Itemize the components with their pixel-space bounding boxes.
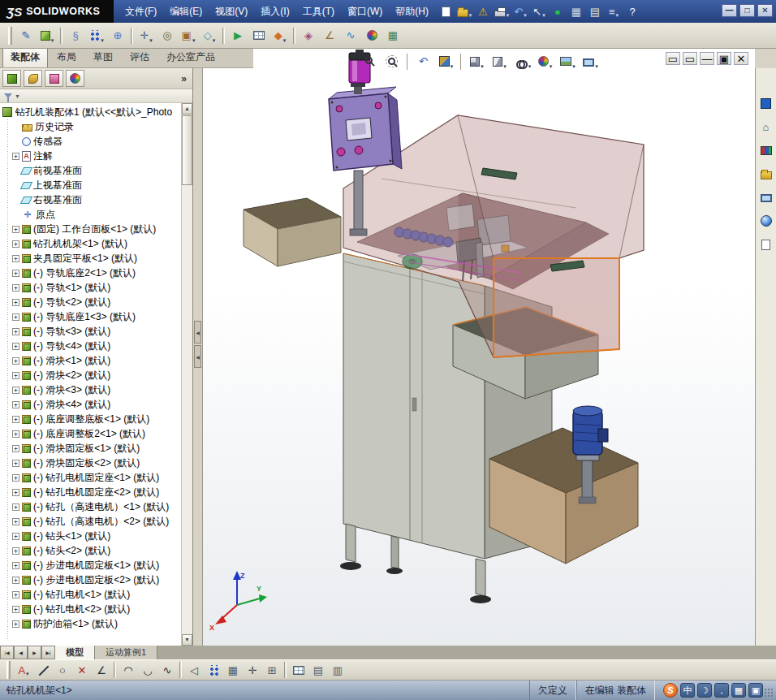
scroll-down-icon[interactable]: ▼: [182, 634, 192, 646]
close-doc-button[interactable]: ✕: [734, 52, 748, 65]
expander-icon[interactable]: +: [12, 430, 19, 438]
appearance-manager-tab-button[interactable]: [66, 70, 84, 87]
tree-item[interactable]: +(-) 步进电机固定板<2> (默认): [0, 573, 192, 587]
expander-icon[interactable]: +: [12, 270, 19, 277]
command-tab[interactable]: 装配体: [2, 46, 48, 67]
move-entities-button[interactable]: ✛: [243, 661, 262, 679]
show-hidden-components-button[interactable]: ◎: [157, 26, 178, 45]
appearances-button[interactable]: [757, 212, 775, 230]
reference-geometry-button[interactable]: ◇▾: [199, 26, 220, 45]
tree-item[interactable]: 右视基准面: [0, 192, 192, 207]
circle-button[interactable]: ○: [53, 661, 72, 679]
tree-item[interactable]: 原点: [0, 207, 192, 222]
snap-button[interactable]: ⊞: [262, 661, 282, 679]
motion-manager-button[interactable]: ▦: [382, 26, 403, 45]
print-button[interactable]: ▾: [493, 3, 511, 20]
resize-grip[interactable]: [764, 688, 774, 698]
tree-item[interactable]: +(-) 钻孔（高速电机）<2> (默认): [0, 514, 192, 529]
trim-entities-button[interactable]: ✕: [72, 661, 92, 679]
expander-icon[interactable]: +: [12, 284, 19, 292]
model-nav-button[interactable]: ◀: [14, 646, 28, 659]
splitter-collapse-icon[interactable]: ◀: [194, 321, 201, 344]
expander-icon[interactable]: +: [12, 518, 19, 525]
task-list-button[interactable]: ≡▾: [605, 3, 623, 20]
command-tab[interactable]: 草图: [85, 46, 121, 67]
expander-icon[interactable]: +: [12, 460, 19, 467]
expander-icon[interactable]: +: [12, 474, 19, 482]
expander-icon[interactable]: +: [12, 343, 19, 350]
menu-item[interactable]: 视图(V): [209, 2, 254, 21]
edit-component-button[interactable]: ✎: [15, 26, 37, 45]
tree-item[interactable]: +(-) 钻头<1> (默认): [0, 529, 192, 543]
toolbar-grip[interactable]: [6, 661, 11, 679]
tree-item[interactable]: +(-) 滑块<2> (默认): [0, 368, 192, 382]
chinese-mode-icon[interactable]: 中: [680, 683, 695, 698]
hide-show-items-button[interactable]: ▾: [511, 51, 533, 71]
section-view-button[interactable]: ▾: [435, 51, 457, 71]
tree-item[interactable]: +(固定) 工作台面板<1> (默认): [0, 222, 192, 236]
maximize-button[interactable]: □: [739, 4, 755, 17]
tree-item[interactable]: +(-) 导轨<1> (默认): [0, 280, 192, 295]
file-explorer-button[interactable]: [757, 165, 775, 183]
expander-icon[interactable]: +: [12, 299, 19, 306]
expander-icon[interactable]: +: [12, 153, 19, 160]
menu-item[interactable]: 文件(F): [119, 2, 163, 21]
menu-item[interactable]: 窗口(W): [341, 2, 389, 21]
model-nav-button[interactable]: ▶: [28, 646, 41, 659]
display-grid-button[interactable]: ▦: [223, 661, 243, 679]
command-tab[interactable]: 布局: [49, 46, 84, 67]
edit-appearance-button[interactable]: ▾: [534, 51, 556, 71]
angle-dimension-button[interactable]: ∠: [92, 661, 111, 679]
tree-item[interactable]: 历史记录: [0, 119, 192, 134]
tree-item[interactable]: +(-) 钻孔（高速电机）<1> (默认): [0, 499, 192, 514]
toolbox-button[interactable]: ▦: [567, 3, 585, 20]
tangent-arc-button[interactable]: ◡: [138, 661, 157, 679]
tree-item[interactable]: +(-) 钻头<2> (默认): [0, 543, 192, 558]
apply-scene-button[interactable]: ▾: [557, 51, 579, 71]
tree-item[interactable]: +(-) 导轨<4> (默认): [0, 339, 192, 353]
model-nav-button[interactable]: ▶|: [41, 646, 55, 659]
expander-icon[interactable]: +: [12, 226, 19, 233]
access-window[interactable]: [494, 258, 619, 357]
smart-fasteners-button[interactable]: ⊕: [107, 26, 128, 45]
expander-icon[interactable]: +: [12, 357, 19, 365]
halfwidth-mode-icon[interactable]: ☽: [697, 683, 712, 698]
tree-filter-bar[interactable]: ▼: [0, 89, 192, 103]
exploded-view-button[interactable]: ◆▾: [269, 26, 291, 45]
move-component-button[interactable]: ✛▾: [136, 26, 157, 45]
custom-properties-button[interactable]: [757, 235, 775, 253]
expander-icon[interactable]: +: [12, 562, 19, 569]
record-button[interactable]: ●: [549, 3, 567, 20]
menu-item[interactable]: 插入(I): [254, 2, 295, 21]
line-button[interactable]: [33, 661, 53, 679]
solidworks-resources-button[interactable]: [757, 94, 775, 112]
zoom-fit-button[interactable]: [359, 51, 381, 71]
graphics-viewport[interactable]: Z Y X ↶▾▾▾▾▾▾▾ ▭▭—▣✕: [203, 49, 755, 646]
assembly-features-button[interactable]: ▣▾: [178, 26, 199, 45]
mate-button[interactable]: §: [65, 26, 86, 45]
clipboard-button[interactable]: ▤: [586, 3, 604, 20]
expander-icon[interactable]: +: [12, 401, 19, 408]
rapid-sketch-button[interactable]: ▥: [328, 661, 347, 679]
tree-item[interactable]: +(-) 步进电机固定板<1> (默认): [0, 558, 192, 573]
model-tab[interactable]: 运动算例1: [95, 646, 157, 659]
command-tab[interactable]: 办公室产品: [158, 46, 223, 67]
tree-root-item[interactable]: 钻孔机装配体1 (默认<<默认>_Photo: [0, 105, 192, 119]
expander-icon[interactable]: +: [12, 620, 19, 628]
expander-icon[interactable]: +: [12, 416, 19, 423]
model-canvas[interactable]: Z Y X: [203, 49, 755, 646]
measure-button[interactable]: ∠: [319, 26, 340, 45]
tree-scrollbar[interactable]: ▲ ▼: [181, 103, 192, 646]
zoom-area-button[interactable]: [382, 51, 403, 71]
arc-button[interactable]: ◠: [119, 661, 138, 679]
tree-item[interactable]: +(-) 底座调整板2<1> (默认): [0, 426, 192, 441]
help-button[interactable]: ?: [623, 3, 641, 20]
expander-icon[interactable]: +: [12, 533, 19, 540]
spline-button[interactable]: ∿: [157, 661, 177, 679]
tree-item[interactable]: +(-) 滑块<4> (默认): [0, 397, 192, 412]
tree-item[interactable]: +(-) 底座调整底板<1> (默认): [0, 412, 192, 426]
tree-item[interactable]: 传感器: [0, 134, 192, 149]
open-document-button[interactable]: ▾: [455, 3, 473, 20]
menu-item[interactable]: 帮助(H): [389, 2, 435, 21]
expander-icon[interactable]: +: [12, 489, 19, 496]
